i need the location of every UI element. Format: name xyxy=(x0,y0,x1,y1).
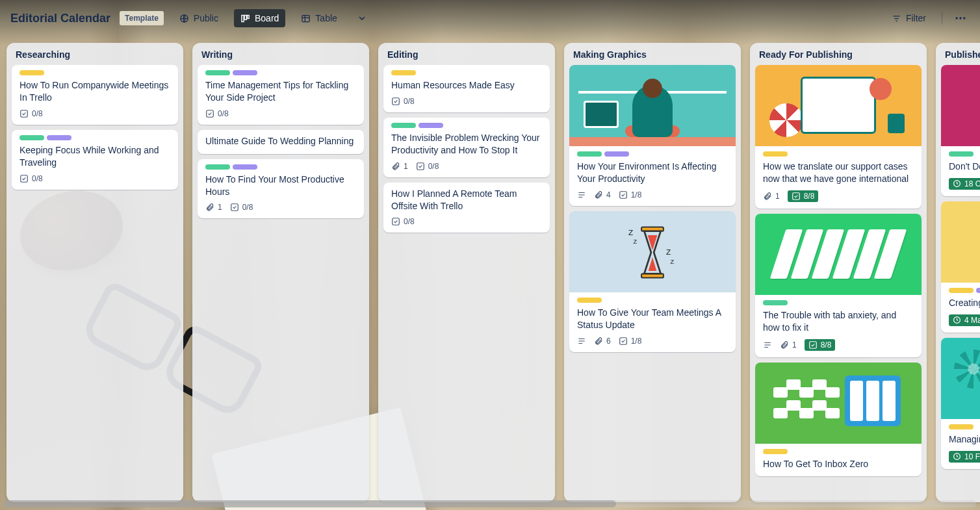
card-labels[interactable] xyxy=(391,123,542,128)
checklist-badge: 0/8 xyxy=(416,162,439,171)
label-green[interactable] xyxy=(205,164,230,170)
card-labels[interactable] xyxy=(763,300,914,305)
list[interactable]: Ready For PublishingHow we translate our… xyxy=(750,43,927,502)
card-badges: 0/8 xyxy=(391,217,542,226)
list[interactable]: PublishedDon't Do18 OctCreating4 MayMana… xyxy=(936,43,980,502)
card-labels[interactable] xyxy=(949,151,980,157)
svg-text:z: z xyxy=(628,227,633,237)
card-labels[interactable] xyxy=(949,288,980,293)
label-purple[interactable] xyxy=(419,123,443,128)
list-title[interactable]: Making Graphics xyxy=(564,43,741,65)
card-title: Ultimate Guide To Wedding Planning xyxy=(205,135,356,147)
label-green[interactable] xyxy=(19,135,44,140)
filter-label: Filter xyxy=(906,13,926,23)
label-purple[interactable] xyxy=(47,135,71,140)
list-title[interactable]: Writing xyxy=(192,43,369,65)
card-labels[interactable] xyxy=(19,135,170,140)
card-labels[interactable] xyxy=(577,151,728,157)
card-title: How Your Environment Is Affecting Your P… xyxy=(577,160,728,185)
card[interactable]: How To Get To Inbox Zero xyxy=(755,363,922,477)
card[interactable]: Time Management Tips for Tackling Your S… xyxy=(198,65,364,125)
card-labels[interactable] xyxy=(763,449,914,454)
card-labels[interactable] xyxy=(763,151,914,157)
label-yellow[interactable] xyxy=(763,449,788,454)
card-labels[interactable] xyxy=(205,70,356,75)
label-purple[interactable] xyxy=(233,164,257,170)
label-purple[interactable] xyxy=(233,70,257,75)
list-title[interactable]: Published xyxy=(936,43,980,65)
visibility-button[interactable]: Public xyxy=(173,9,225,27)
due-badge: 10 Feb xyxy=(949,451,980,463)
svg-rect-10 xyxy=(207,110,214,118)
views-menu-button[interactable] xyxy=(353,9,371,27)
card-labels[interactable] xyxy=(205,164,356,170)
list[interactable]: WritingTime Management Tips for Tackling… xyxy=(192,43,369,502)
label-purple[interactable] xyxy=(976,288,980,293)
label-yellow[interactable] xyxy=(949,288,974,293)
card[interactable]: Managing10 Feb xyxy=(941,338,980,469)
label-yellow[interactable] xyxy=(577,298,602,303)
label-yellow[interactable] xyxy=(391,70,416,75)
card[interactable]: The Invisible Problem Wrecking Your Prod… xyxy=(383,118,550,177)
board-canvas[interactable]: ResearchingHow To Run Companywide Meetin… xyxy=(0,36,980,510)
board-menu-button[interactable] xyxy=(951,8,970,29)
svg-rect-2 xyxy=(244,15,246,19)
card[interactable]: Human Resources Made Easy0/8 xyxy=(383,65,550,112)
checklist-badge: 0/8 xyxy=(230,203,253,212)
label-green[interactable] xyxy=(205,70,230,75)
checklist-badge: 1/8 xyxy=(619,190,642,199)
label-yellow[interactable] xyxy=(763,151,788,157)
card-labels[interactable] xyxy=(577,298,728,303)
label-green[interactable] xyxy=(391,123,416,128)
card[interactable]: How we translate our support cases now t… xyxy=(755,65,922,209)
card[interactable]: Keeping Focus While Working and Travelin… xyxy=(12,130,178,190)
svg-rect-22 xyxy=(619,337,626,344)
board-view-label: Board xyxy=(255,13,279,23)
board-header: Editorial Calendar Template Public Board… xyxy=(0,0,980,36)
svg-rect-23 xyxy=(792,193,799,200)
card[interactable]: Creating4 May xyxy=(941,201,980,333)
card-labels[interactable] xyxy=(19,70,170,75)
board-title[interactable]: Editorial Calendar xyxy=(10,12,110,25)
list-title[interactable]: Ready For Publishing xyxy=(750,43,927,65)
card-labels[interactable] xyxy=(391,70,542,75)
list-title[interactable]: Researching xyxy=(6,43,183,65)
svg-point-5 xyxy=(956,17,958,19)
list[interactable]: EditingHuman Resources Made Easy0/8The I… xyxy=(378,43,555,502)
scrollbar-thumb[interactable] xyxy=(4,500,616,507)
card[interactable]: The Trouble with tab anxiety, and how to… xyxy=(755,214,922,357)
card[interactable]: How I Planned A Remote Team Offsite With… xyxy=(383,183,550,233)
card-badges: 0/8 xyxy=(391,97,542,106)
card-labels[interactable] xyxy=(949,424,980,429)
card[interactable]: How To Find Your Most Productive Hours10… xyxy=(198,159,364,219)
description-badge xyxy=(577,190,586,199)
card[interactable]: How Your Environment Is Affecting Your P… xyxy=(569,65,736,206)
label-yellow[interactable] xyxy=(949,424,974,429)
svg-rect-11 xyxy=(231,204,238,211)
horizontal-scrollbar[interactable] xyxy=(4,500,976,507)
svg-rect-24 xyxy=(809,341,816,348)
label-green[interactable] xyxy=(949,151,974,157)
card[interactable]: Don't Do18 Oct xyxy=(941,65,980,196)
list[interactable]: ResearchingHow To Run Companywide Meetin… xyxy=(6,43,183,502)
board-view-button[interactable]: Board xyxy=(234,9,285,27)
list[interactable]: Making GraphicsHow Your Environment Is A… xyxy=(564,43,741,502)
svg-point-7 xyxy=(963,17,965,19)
card-title: The Invisible Problem Wrecking Your Prod… xyxy=(391,132,542,157)
card[interactable]: zzzzHow To Give Your Team Meetings A Sta… xyxy=(569,211,736,352)
card[interactable]: Ultimate Guide To Wedding Planning xyxy=(198,130,364,154)
table-view-button[interactable]: Table xyxy=(294,9,343,27)
label-purple[interactable] xyxy=(604,151,629,157)
label-yellow[interactable] xyxy=(19,70,44,75)
label-green[interactable] xyxy=(577,151,602,157)
card-badges: 0/8 xyxy=(19,109,170,118)
svg-rect-8 xyxy=(21,110,28,118)
card-badges: 18/8 xyxy=(763,190,914,202)
template-badge[interactable]: Template xyxy=(120,11,164,25)
list-title[interactable]: Editing xyxy=(378,43,555,65)
card-title: Managing xyxy=(949,433,980,446)
label-green[interactable] xyxy=(763,300,788,305)
filter-button[interactable]: Filter xyxy=(885,9,933,27)
card-badges: 18/8 xyxy=(763,339,914,351)
card[interactable]: How To Run Companywide Meetings In Trell… xyxy=(12,65,178,125)
